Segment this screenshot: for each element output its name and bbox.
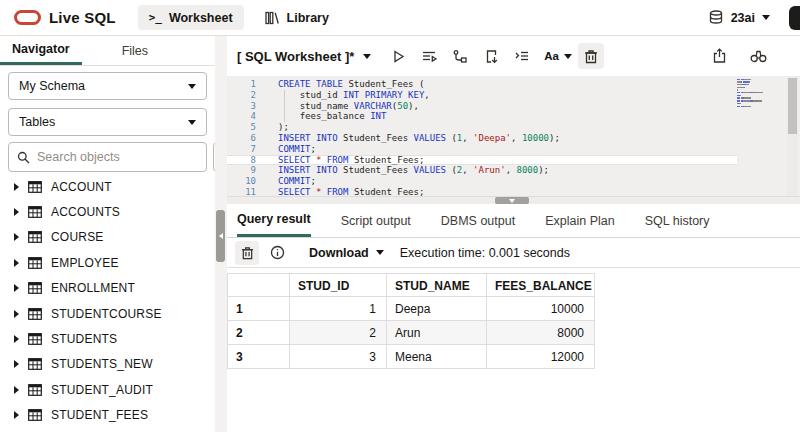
sidebar-table-item[interactable]: STUDENTS <box>0 326 215 351</box>
caret-down-icon <box>509 199 515 203</box>
tab-files[interactable]: Files <box>110 36 160 65</box>
user-avatar[interactable] <box>789 6 800 30</box>
terminal-icon: >_ <box>149 11 162 24</box>
caret-down-icon[interactable] <box>762 15 770 20</box>
clear-results-button[interactable] <box>235 241 259 265</box>
result-tab[interactable]: SQL history <box>645 204 710 237</box>
sidebar-table-item[interactable]: STUDENT_FEES <box>0 403 215 428</box>
worksheet-toolbar-right <box>706 43 776 69</box>
table-name: STUDENT_AUDIT <box>51 383 153 397</box>
table-icon <box>28 282 42 294</box>
collapse-sidebar-handle[interactable] <box>216 210 225 262</box>
table-icon <box>28 409 42 421</box>
table-name: COURSE <box>51 230 104 244</box>
database-icon <box>708 10 724 25</box>
chevron-right-icon <box>14 360 19 368</box>
file-download-icon <box>484 49 499 64</box>
result-tab[interactable]: Script output <box>341 204 411 237</box>
tab-navigator[interactable]: Navigator <box>0 36 82 65</box>
chevron-right-icon <box>14 284 19 292</box>
panel-splitter[interactable] <box>227 196 800 204</box>
code-line: INSERT INTO Student_Fees VALUES (2, 'Aru… <box>278 165 560 176</box>
result-tab[interactable]: Query result <box>237 204 311 237</box>
table-row[interactable]: 33Meena12000 <box>227 345 800 369</box>
clear-worksheet-button[interactable] <box>578 43 604 69</box>
result-tab[interactable]: DBMS output <box>441 204 515 237</box>
column-header[interactable]: STUD_ID <box>290 273 387 297</box>
table-icon <box>28 308 42 320</box>
splitter-handle[interactable] <box>495 197 529 204</box>
line-number: 8 <box>227 155 256 166</box>
editor-scrollbar[interactable] <box>787 76 798 196</box>
trash-icon <box>584 49 598 64</box>
code-lines: CREATE TABLE Student_Fees ( stud_id INT … <box>278 79 560 196</box>
tab-worksheet-label: Worksheet <box>169 11 233 25</box>
result-tabs: Query resultScript outputDBMS outputExpl… <box>227 204 800 238</box>
result-tab[interactable]: Explain Plan <box>545 204 615 237</box>
sidebar-table-item[interactable]: ACCOUNT <box>0 174 215 199</box>
chevron-right-icon <box>14 335 19 343</box>
editor-font-settings[interactable]: Aa <box>544 50 572 62</box>
explain-plan-button[interactable] <box>447 43 473 69</box>
line-number: 4 <box>227 111 256 122</box>
code-line: INSERT INTO Student_Fees VALUES (1, 'Dee… <box>278 133 560 144</box>
search-row <box>8 142 207 172</box>
download-results-button[interactable]: Download <box>309 246 384 260</box>
sql-code-editor[interactable]: 1234567891011 CREATE TABLE Student_Fees … <box>227 76 800 196</box>
column-header[interactable]: FEES_BALANCE <box>487 273 595 297</box>
caret-down-icon <box>188 120 196 125</box>
row-number: 3 <box>227 345 290 369</box>
worksheet-title-menu[interactable]: [ SQL Worksheet ]* <box>237 49 371 64</box>
live-sql-app: Live SQL >_ Worksheet Library 23ai Navig… <box>0 0 800 432</box>
table-icon <box>28 257 42 269</box>
tab-worksheet[interactable]: >_ Worksheet <box>138 5 244 30</box>
binoculars-icon <box>750 49 767 63</box>
table-name: EMPLOYEE <box>51 256 119 270</box>
table-row[interactable]: 22Arun8000 <box>227 321 800 345</box>
run-statement-button[interactable] <box>385 43 411 69</box>
table-icon <box>28 384 42 396</box>
run-script-button[interactable] <box>416 43 442 69</box>
format-indent-button[interactable] <box>509 43 535 69</box>
table-icon <box>28 231 42 243</box>
table-header-row: STUD_IDSTUD_NAMEFEES_BALANCE <box>227 273 800 297</box>
download-worksheet-button[interactable] <box>478 43 504 69</box>
sidebar-tabs: Navigator Files <box>0 36 215 66</box>
indent-icon <box>514 49 530 63</box>
table-row[interactable]: 11Deepa10000 <box>227 297 800 321</box>
table-name: STUDENTS <box>51 332 117 346</box>
share-button[interactable] <box>706 43 732 69</box>
code-line: stud_name VARCHAR(50), <box>278 101 560 112</box>
result-toolbar: Download Execution time: 0.001 seconds <box>227 238 800 268</box>
sidebar-table-item[interactable]: STUDENT_AUDIT <box>0 377 215 402</box>
search-input[interactable] <box>37 150 198 164</box>
line-number: 10 <box>227 176 256 187</box>
caret-down-icon <box>376 250 384 255</box>
scrollbar-thumb[interactable] <box>788 78 797 134</box>
sidebar-table-item[interactable]: ENROLLMENT <box>0 276 215 301</box>
object-type-select[interactable]: Tables <box>8 108 207 136</box>
execution-time: Execution time: 0.001 seconds <box>400 246 570 260</box>
sidebar-table-item[interactable]: COURSE <box>0 225 215 250</box>
schema-select[interactable]: My Schema <box>8 72 207 100</box>
table-cell: 2 <box>290 321 387 345</box>
chevron-right-icon <box>14 310 19 318</box>
sidebar-table-item[interactable]: STUDENTCOURSE <box>0 301 215 326</box>
result-info-button[interactable] <box>265 241 289 265</box>
tab-library[interactable]: Library <box>254 5 340 30</box>
table-cell: 10000 <box>487 297 595 321</box>
oracle-logo-icon <box>14 10 41 25</box>
table-name: ACCOUNT <box>51 180 112 194</box>
editor-minimap[interactable] <box>737 78 767 108</box>
info-icon <box>270 245 285 260</box>
sidebar-table-item[interactable]: ACCOUNTS <box>0 199 215 224</box>
table-icon <box>28 206 42 218</box>
line-number: 3 <box>227 101 256 112</box>
tables-tree: ACCOUNTACCOUNTSCOURSEEMPLOYEEENROLLMENTS… <box>0 174 215 428</box>
sidebar-table-item[interactable]: EMPLOYEE <box>0 250 215 275</box>
chevron-right-icon <box>14 183 19 191</box>
line-number: 7 <box>227 144 256 155</box>
column-header[interactable]: STUD_NAME <box>387 273 487 297</box>
find-button[interactable] <box>745 43 771 69</box>
sidebar-table-item[interactable]: STUDENTS_NEW <box>0 352 215 377</box>
